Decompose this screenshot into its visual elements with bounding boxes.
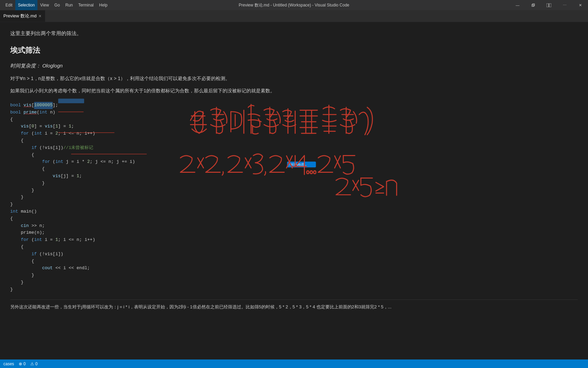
menu-edit[interactable]: Edit	[3, 0, 15, 10]
theorem-text: 对于∀n > 1，n是整数，那么它的x倍就是合数（x > 1），利用这个结论我们…	[10, 75, 578, 83]
menu-run[interactable]: Run	[63, 0, 76, 10]
code-line-27: }	[10, 286, 578, 293]
tab-close-button[interactable]: ×	[39, 14, 42, 18]
code-line-6: {	[10, 137, 578, 144]
code-line-2: bool prime(int n)	[10, 109, 578, 116]
code-line-7: if (!vis[i])//i未曾被标记	[10, 144, 578, 152]
tab-label: Preview 数论.md	[3, 13, 37, 19]
content-area: 这里主要列出两个常用的筛法。 埃式筛法 时间复杂度： Ologlogn 对于∀n…	[0, 22, 588, 359]
code-line-24: cout << i << endl;	[10, 265, 578, 272]
code-line-21: {	[10, 244, 578, 251]
menu-selection[interactable]: Selection	[15, 0, 37, 10]
code-line-17: {	[10, 215, 578, 223]
titlebar: Edit Selection View Go Run Terminal Help…	[0, 0, 588, 10]
code-line-3: {	[10, 116, 578, 123]
window-controls: — ⋯ ✕	[510, 0, 588, 10]
code-line-9: for (int j = i * 2; j <= n; j += i)	[10, 158, 578, 166]
menu-go[interactable]: Go	[52, 0, 63, 10]
preview-panel[interactable]: 这里主要列出两个常用的筛法。 埃式筛法 时间复杂度： Ologlogn 对于∀n…	[0, 22, 588, 359]
statusbar: cases ⊗ 0 ⚠ 0	[0, 359, 588, 368]
complexity-label: 时间复杂度：	[10, 63, 41, 68]
code-line-26: }	[10, 279, 578, 286]
code-line-11: vis[j] = 1;	[10, 173, 578, 180]
code-line-10: {	[10, 166, 578, 173]
settings-button[interactable]: ⋯	[557, 0, 572, 10]
code-line-1: bool vis[1000005];	[10, 102, 578, 109]
menu-view[interactable]: View	[37, 0, 52, 10]
close-button[interactable]: ✕	[572, 0, 588, 10]
complexity-text: 时间复杂度： Ologlogn	[10, 61, 578, 70]
status-warnings[interactable]: ⚠ 0	[30, 362, 37, 366]
status-errors[interactable]: ⊗ 0	[19, 362, 26, 366]
svg-rect-2	[546, 3, 549, 7]
code-line-8: {	[10, 152, 578, 159]
code-line-20: for (int i = 1; i <= n; i++)	[10, 236, 578, 244]
layout-button[interactable]	[541, 0, 557, 10]
svg-rect-0	[532, 4, 534, 6]
window-title: Preview 数论.md - Untitled (Workspace) - V…	[239, 2, 349, 8]
bottom-text: 另外这次还能再改进一些，当生对于j用循环可以改为：j = i * i，表明从设定…	[10, 300, 578, 311]
intro-text: 这里主要列出两个常用的筛法。	[10, 29, 578, 38]
code-line-16: int main()	[10, 208, 578, 215]
restore-button[interactable]	[525, 0, 541, 10]
errors-count: ⊗ 0	[19, 362, 26, 366]
preview-tab[interactable]: Preview 数论.md ×	[0, 10, 45, 22]
code-line-18: cin >> n;	[10, 223, 578, 230]
section-heading: 埃式筛法	[10, 44, 578, 57]
code-line-22: if (!vis[i])	[10, 251, 578, 258]
code-line-19: prime(n);	[10, 229, 578, 236]
svg-rect-1	[533, 4, 535, 6]
warnings-count: ⚠ 0	[30, 362, 37, 366]
tabbar: Preview 数论.md ×	[0, 10, 588, 22]
menu-terminal[interactable]: Terminal	[76, 0, 96, 10]
code-block: bool vis[1000005]; bool prime(int n) { v…	[10, 99, 578, 296]
minimize-button[interactable]: —	[510, 0, 525, 10]
svg-rect-3	[549, 3, 551, 7]
code-line-12: }	[10, 180, 578, 187]
description-text: 如果我们从小到大的考虑每个数，同时把当前这个属的所有大于1的倍数都标记为合数，那…	[10, 87, 578, 95]
menu-bar: Edit Selection View Go Run Terminal Help	[0, 0, 110, 10]
menu-help[interactable]: Help	[96, 0, 110, 10]
code-line-25: }	[10, 272, 578, 279]
code-line-14: }	[10, 194, 578, 201]
code-line-15: }	[10, 201, 578, 208]
code-line-23: {	[10, 258, 578, 265]
cases-label: cases	[3, 362, 14, 366]
code-line-5: for (int i = 2; i <= n; i++)	[10, 130, 578, 137]
code-line-13: }	[10, 187, 578, 194]
status-cases: cases	[3, 362, 14, 366]
complexity-value: Ologlogn	[42, 63, 63, 68]
code-line-4: vis[0] = vis[1] = 1;	[10, 123, 578, 130]
